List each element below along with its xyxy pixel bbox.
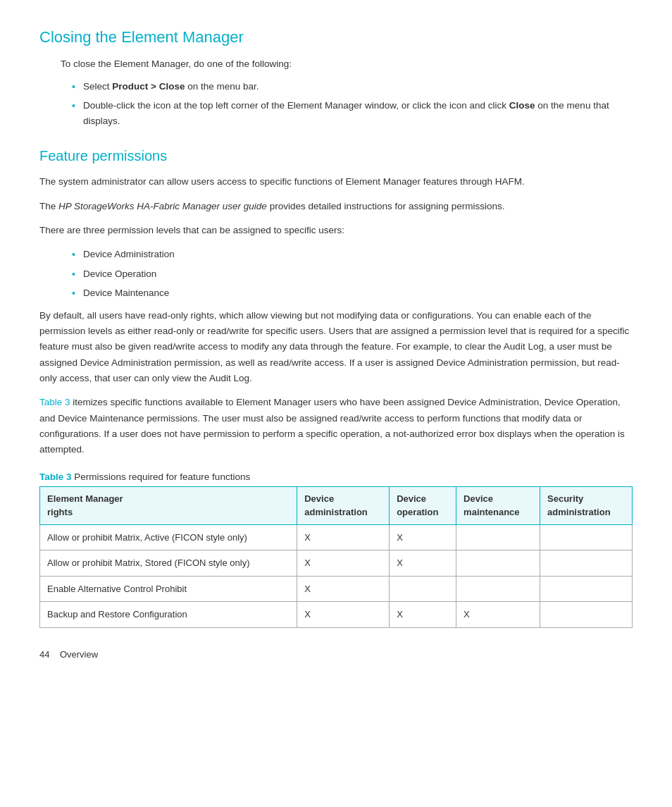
cell-dev-op: X — [390, 602, 456, 628]
permission-level-2: Device Operation — [72, 266, 633, 282]
cell-dev-maint — [456, 576, 540, 602]
fp-para1: The system administrator can allow users… — [39, 174, 633, 190]
table-label: Table 3 — [39, 472, 72, 482]
close-bullet-1: Select Product > Close on the menu bar. — [72, 79, 633, 94]
table-caption-text: Permissions required for feature functio… — [72, 472, 251, 482]
page-title: Closing the Element Manager — [39, 28, 633, 47]
col-header-dev-maint: Devicemaintenance — [456, 487, 540, 524]
table3-link[interactable]: Table 3 — [39, 397, 70, 407]
footer-section: Overview — [60, 649, 98, 660]
cell-dev-admin: X — [297, 524, 390, 550]
cell-dev-op: X — [390, 550, 456, 577]
cell-sec-admin — [540, 550, 633, 577]
table-caption: Table 3 Permissions required for feature… — [39, 472, 633, 482]
cell-dev-admin: X — [297, 550, 390, 577]
intro-paragraph: To close the Element Manager, do one of … — [61, 56, 633, 72]
feature-permissions-title: Feature permissions — [39, 148, 633, 164]
fp-para5: Table 3 itemizes specific functions avai… — [39, 395, 633, 457]
page-number: 44 — [39, 649, 49, 660]
book-title-italic: HP StorageWorks HA-Fabric Manager user g… — [58, 201, 267, 211]
cell-dev-admin: X — [297, 602, 390, 628]
cell-rights: Enable Alternative Control Prohibit — [40, 576, 297, 602]
close-bold: Close — [509, 100, 535, 111]
col-header-dev-op: Deviceoperation — [390, 487, 456, 524]
table-row: Allow or prohibit Matrix, Active (FICON … — [40, 524, 633, 550]
cell-dev-maint — [456, 550, 540, 577]
cell-sec-admin — [540, 576, 633, 602]
table-row: Backup and Restore Configuration X X X — [40, 602, 633, 628]
cell-sec-admin — [540, 524, 633, 550]
footer: 44 Overview — [39, 649, 633, 660]
table-header-row: Element Managerrights Deviceadministrati… — [40, 487, 633, 524]
permission-level-3: Device Maintenance — [72, 285, 633, 301]
col-header-rights: Element Managerrights — [40, 487, 297, 524]
cell-dev-maint: X — [456, 602, 540, 628]
fp-para5-text: itemizes specific functions available to… — [39, 397, 625, 455]
fp-para4: By default, all users have read-only rig… — [39, 308, 633, 386]
permission-levels-list: Device Administration Device Operation D… — [72, 247, 633, 301]
cell-dev-admin: X — [297, 576, 390, 602]
cell-dev-maint — [456, 524, 540, 550]
cell-rights: Allow or prohibit Matrix, Stored (FICON … — [40, 550, 297, 577]
col-header-dev-admin: Deviceadministration — [297, 487, 390, 524]
permissions-table: Element Managerrights Deviceadministrati… — [39, 486, 633, 627]
cell-dev-op: X — [390, 524, 456, 550]
permission-level-1: Device Administration — [72, 247, 633, 262]
cell-rights: Backup and Restore Configuration — [40, 602, 297, 628]
cell-rights: Allow or prohibit Matrix, Active (FICON … — [40, 524, 297, 550]
product-close-bold: Product > Close — [112, 81, 185, 92]
col-header-sec-admin: Securityadministration — [540, 487, 633, 524]
table-body: Allow or prohibit Matrix, Active (FICON … — [40, 524, 633, 627]
fp-para3: There are three permission levels that c… — [39, 223, 633, 238]
cell-sec-admin — [540, 602, 633, 628]
fp-para2: The HP StorageWorks HA-Fabric Manager us… — [39, 199, 633, 214]
close-bullet-2: Double-click the icon at the top left co… — [72, 98, 633, 128]
cell-dev-op — [390, 576, 456, 602]
table-row: Enable Alternative Control Prohibit X — [40, 576, 633, 602]
close-bullets-list: Select Product > Close on the menu bar. … — [72, 79, 633, 129]
table-row: Allow or prohibit Matrix, Stored (FICON … — [40, 550, 633, 577]
